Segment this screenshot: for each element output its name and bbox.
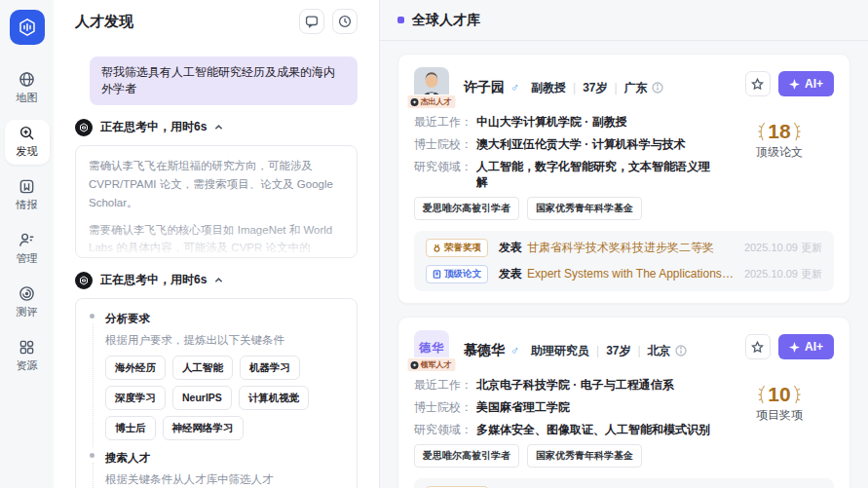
chevron-up-icon: [214, 123, 223, 131]
activity-link[interactable]: 甘肃省科学技术奖科技进步奖二等奖: [527, 240, 735, 256]
info-label: 研究领域：: [414, 422, 472, 438]
activity-action: 发表: [499, 240, 522, 256]
stat-label: 顶级论文: [729, 144, 830, 161]
info-label: 最近工作：: [414, 114, 472, 131]
ai-plus-button[interactable]: AI+: [778, 334, 834, 359]
keyword-tag: 机器学习: [240, 356, 300, 380]
info-value: 澳大利亚伍伦贡大学 · 计算机科学与技术: [476, 136, 686, 153]
assistant-avatar: [75, 272, 93, 289]
laurel-icon: [757, 121, 766, 142]
avatar-wrap: ✦ 杰出人才: [414, 67, 449, 102]
avatar-wrap: 德华 ✦ 领军人才: [414, 330, 449, 365]
sidebar-item-manage[interactable]: 管理: [5, 227, 50, 272]
talent-card[interactable]: ✦ 杰出人才 许子园 ♂ 副教授 37岁 广东: [397, 54, 850, 304]
assess-target-icon: [19, 285, 35, 302]
favorite-button[interactable]: [745, 334, 771, 359]
location: 广东: [624, 80, 648, 96]
favorite-button[interactable]: [745, 71, 771, 96]
activity-row: 荣誉奖项 发表 甘肃省科学技术奖科技进步奖二等奖 2025.10.09 更新: [426, 239, 822, 257]
talent-discovery-panel: 人才发现 帮我筛选具有人工智能研究经历及成果的海内外学者 正在思考中，用时6s: [54, 0, 380, 488]
location: 北京: [648, 343, 671, 359]
section-bullet: [397, 17, 404, 23]
talent-meta: 助理研究员 37岁 北京: [531, 343, 687, 359]
ai-plus-button[interactable]: AI+: [778, 71, 834, 96]
talent-name[interactable]: 许子园: [464, 79, 505, 96]
keyword-tag: NeurIPS: [172, 386, 232, 410]
sidebar-item-resources[interactable]: 资源: [5, 334, 50, 379]
badge-star-icon: ✦: [411, 361, 419, 369]
pool-header: 全球人才库: [380, 0, 868, 41]
badge-label: 领军人才: [421, 359, 452, 370]
keyword-tag: 海外经历: [105, 356, 166, 380]
info-value: 多媒体安全、图像取证、人工智能和模式识别: [476, 422, 710, 438]
sparkle-ai-icon: [789, 342, 800, 353]
activity-box: 荣誉奖项 发表 Expert Systems with The Applicat…: [414, 478, 834, 488]
activity-badge-label: 荣誉奖项: [444, 242, 481, 254]
fade-overlay: [76, 222, 357, 257]
discover-search-icon: [19, 125, 35, 141]
sidebar-item-label: 情报: [17, 198, 38, 212]
info-row-work: 最近工作： 北京电子科技学院 · 电子与工程通信系: [414, 377, 719, 394]
chat-body: 帮我筛选具有人工智能研究经历及成果的海内外学者 正在思考中，用时6s 需确认李飞…: [54, 43, 379, 488]
step-title: 搜索人才: [105, 449, 344, 468]
sidebar-item-label: 管理: [17, 251, 38, 266]
step-search: 搜索人才 根据关键条件从人才库中筛选人才: [89, 449, 344, 488]
keyword-tag: 深度学习: [105, 386, 166, 410]
user-manage-icon: [19, 232, 35, 248]
info-icon[interactable]: [652, 82, 663, 94]
highlight-stat: 10 项目奖项: [729, 383, 830, 424]
activity-row: 顶级论文 发表 Expert Systems with The Applicat…: [426, 265, 822, 283]
new-chat-button[interactable]: [299, 9, 324, 34]
talent-card-list: ✦ 杰出人才 许子园 ♂ 副教授 37岁 广东: [380, 41, 868, 488]
talent-level-badge: ✦ 领军人才: [407, 357, 457, 372]
keyword-tag: 博士后: [105, 416, 156, 440]
laurel-icon: [757, 384, 766, 405]
sidebar-item-label: 资源: [17, 358, 38, 373]
info-icon[interactable]: [675, 345, 687, 357]
history-button[interactable]: [332, 9, 358, 34]
divider: [566, 81, 583, 94]
male-icon: ♂: [510, 81, 519, 94]
info-label: 博士院校：: [414, 136, 472, 153]
info-value: 北京电子科技学院 · 电子与工程通信系: [476, 377, 674, 394]
talent-card[interactable]: 德华 ✦ 领军人才 慕德华 ♂ 助理研究员 37岁: [397, 317, 850, 488]
info-label: 研究领域：: [414, 159, 472, 192]
activity-link[interactable]: Expert Systems with The Applications new…: [527, 266, 735, 282]
talent-level-badge: ✦ 杰出人才: [407, 94, 457, 109]
globe-icon: [19, 71, 35, 88]
sidebar-item-intel[interactable]: 情报: [5, 173, 50, 218]
badge-star-icon: ✦: [411, 98, 419, 106]
app-logo[interactable]: [10, 10, 45, 45]
hexagon-wave-icon: [79, 276, 89, 285]
activity-date: 2025.10.09 更新: [744, 241, 822, 255]
info-value: 中山大学计算机学院 · 副教授: [476, 114, 627, 131]
laurel-icon: [793, 121, 802, 142]
talent-name[interactable]: 慕德华: [464, 342, 505, 359]
talent-meta: 副教授 37岁 广东: [531, 80, 663, 96]
divider: [589, 344, 606, 357]
sidebar-item-discover[interactable]: 发现: [5, 120, 50, 165]
divider: [630, 344, 647, 357]
award-badge: 荣誉奖项: [426, 239, 488, 257]
chevron-up-icon: [214, 276, 223, 284]
info-row-field: 研究领域： 多媒体安全、图像取证、人工智能和模式识别: [414, 422, 719, 438]
sidebar-item-assess[interactable]: 测评: [5, 281, 50, 325]
thinking-toggle-2[interactable]: 正在思考中，用时6s: [75, 272, 358, 289]
highlight-stat: 18 顶级论文: [729, 120, 830, 161]
thinking-toggle-1[interactable]: 正在思考中，用时6s: [75, 119, 358, 136]
info-row-work: 最近工作： 中山大学计算机学院 · 副教授: [414, 114, 719, 131]
sidebar-item-map[interactable]: 地图: [5, 66, 50, 111]
age: 37岁: [583, 80, 607, 96]
step-bullet: [90, 453, 94, 458]
activity-box: 荣誉奖项 发表 甘肃省科学技术奖科技进步奖二等奖 2025.10.09 更新 顶…: [414, 231, 834, 291]
hexagon-wave-icon: [79, 123, 89, 132]
info-value: 人工智能，数字化智能研究，文本智能语义理解: [476, 159, 719, 192]
thinking-content-1: 需确认李飞飞在斯坦福的研究方向，可能涉及 CVPR/TPAMI 论文，需搜索项目…: [75, 145, 358, 258]
job-title: 副教授: [531, 80, 566, 96]
info-row-phd: 博士院校： 美国麻省理工学院: [414, 399, 719, 416]
honor-tag: 国家优秀青年科学基金: [527, 444, 642, 468]
sidebar-item-label: 地图: [17, 91, 38, 105]
honor-tag: 国家优秀青年科学基金: [527, 197, 642, 220]
paper-icon: [433, 270, 441, 279]
thinking-paragraph: 需确认李飞飞在斯坦福的研究方向，可能涉及 CVPR/TPAMI 论文，需搜索项目…: [89, 157, 344, 212]
